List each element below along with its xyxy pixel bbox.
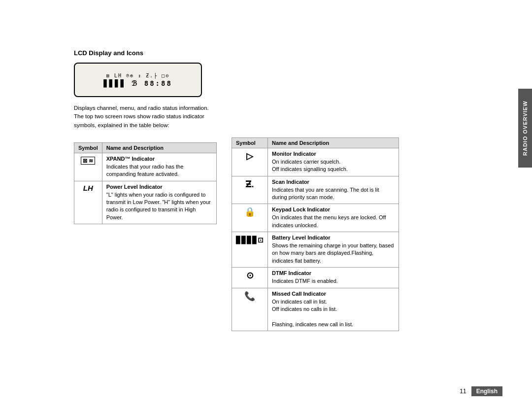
- lh-indicator-desc: "L" lights when your radio is configured…: [106, 192, 211, 220]
- right-column: Symbol Name and Description ▷ Monitor In…: [232, 137, 409, 331]
- battery-desc-cell: Battery Level Indicator Shows the remain…: [268, 232, 399, 268]
- table-row: ▷ Monitor Indicator On indicates carrier…: [232, 148, 399, 176]
- xpand-indicator-name: XPAND™ Indicator: [106, 156, 212, 162]
- page-footer: 11 English: [460, 386, 502, 396]
- xpand-desc-cell: XPAND™ Indicator Indicates that your rad…: [102, 153, 216, 181]
- dtmf-glyph: ⊙: [246, 271, 254, 280]
- lh-symbol: LH: [74, 181, 102, 224]
- lh-glyph: LH: [83, 184, 93, 192]
- monitor-indicator-desc: On indicates carrier squelch.Off indicat…: [272, 159, 348, 172]
- table-row: Ƶ. Scan Indicator Indicates that you are…: [232, 176, 399, 204]
- battery-glyph: ▊▊▊▊⊡: [236, 236, 264, 244]
- monitor-symbol: ▷: [232, 148, 268, 176]
- keypad-indicator-desc: On indicates that the menu keys are lock…: [272, 214, 386, 228]
- page-number: 11: [460, 388, 466, 395]
- page-content: LCD Display and Icons ⊠ LH ℗⊕ ↕ Ƶ.├ □⊙ ▊…: [74, 49, 502, 372]
- left-table-header-desc: Name and Description: [102, 142, 216, 153]
- main-layout: Symbol Name and Description ⊠ ≋ XPAND™ I…: [74, 137, 502, 331]
- keypad-glyph: 🔒: [244, 207, 255, 217]
- lh-indicator-name: Power Level Indicator: [106, 184, 212, 190]
- scan-indicator-desc: Indicates that you are scanning. The dot…: [272, 187, 379, 200]
- scan-indicator-name: Scan Indicator: [272, 179, 395, 185]
- table-row: ⊙ DTMF Indicator Indicates DTMF is enabl…: [232, 268, 399, 288]
- scan-symbol: Ƶ.: [232, 176, 268, 204]
- missed-desc-cell: Missed Call Indicator On indicates call …: [268, 288, 399, 331]
- monitor-glyph: ▷: [246, 151, 253, 161]
- side-tab-label: Radio Overview: [522, 101, 528, 156]
- battery-indicator-desc: Shows the remaining charge in your batte…: [272, 242, 394, 264]
- missed-symbol: 📞: [232, 288, 268, 331]
- left-table: Symbol Name and Description ⊠ ≋ XPAND™ I…: [74, 142, 217, 224]
- missed-indicator-name: Missed Call Indicator: [272, 291, 395, 297]
- description-text: Displays channel, menu, and radio status…: [74, 104, 212, 130]
- keypad-desc-cell: Keypad Lock Indicator On indicates that …: [268, 204, 399, 232]
- section-title: LCD Display and Icons: [74, 49, 502, 57]
- missed-indicator-desc: On indicates call in list.Off indicates …: [272, 299, 353, 327]
- battery-indicator-name: Battery Level Indicator: [272, 235, 395, 240]
- dtmf-desc-cell: DTMF Indicator Indicates DTMF is enabled…: [268, 268, 399, 288]
- keypad-indicator-name: Keypad Lock Indicator: [272, 206, 395, 212]
- table-row: 📞 Missed Call Indicator On indicates cal…: [232, 288, 399, 331]
- lh-desc-cell: Power Level Indicator "L" lights when yo…: [102, 181, 216, 224]
- table-row: ⊠ ≋ XPAND™ Indicator Indicates that your…: [74, 153, 217, 181]
- dtmf-indicator-desc: Indicates DTMF is enabled.: [272, 278, 338, 284]
- left-table-header-symbol: Symbol: [74, 142, 102, 153]
- lcd-row2: ▊▊▊▊ ℬ 88:88: [103, 79, 172, 87]
- right-table-header-desc: Name and Description: [268, 137, 399, 148]
- dtmf-indicator-name: DTMF Indicator: [272, 270, 395, 276]
- table-row: ▊▊▊▊⊡ Battery Level Indicator Shows the …: [232, 232, 399, 268]
- monitor-indicator-name: Monitor Indicator: [272, 151, 395, 157]
- xpand-symbol: ⊠ ≋: [74, 153, 102, 181]
- right-table: Symbol Name and Description ▷ Monitor In…: [232, 137, 399, 331]
- battery-symbol: ▊▊▊▊⊡: [232, 232, 268, 268]
- right-table-header-symbol: Symbol: [232, 137, 268, 148]
- monitor-desc-cell: Monitor Indicator On indicates carrier s…: [268, 148, 399, 176]
- scan-glyph: Ƶ.: [245, 179, 254, 189]
- xpand-indicator-desc: Indicates that your radio has the compan…: [106, 164, 184, 177]
- lcd-row1: ⊠ LH ℗⊕ ↕ Ƶ.├ □⊙: [106, 73, 169, 78]
- language-badge: English: [471, 386, 502, 396]
- radio-overview-tab: Radio Overview: [518, 89, 532, 168]
- lcd-display: ⊠ LH ℗⊕ ↕ Ƶ.├ □⊙ ▊▊▊▊ ℬ 88:88: [74, 63, 202, 97]
- dtmf-symbol: ⊙: [232, 268, 268, 288]
- left-column: Symbol Name and Description ⊠ ≋ XPAND™ I…: [74, 137, 222, 331]
- keypad-symbol: 🔒: [232, 204, 268, 232]
- scan-desc-cell: Scan Indicator Indicates that you are sc…: [268, 176, 399, 204]
- table-row: LH Power Level Indicator "L" lights when…: [74, 181, 217, 224]
- missed-glyph: 📞: [244, 291, 255, 301]
- table-row: 🔒 Keypad Lock Indicator On indicates tha…: [232, 204, 399, 232]
